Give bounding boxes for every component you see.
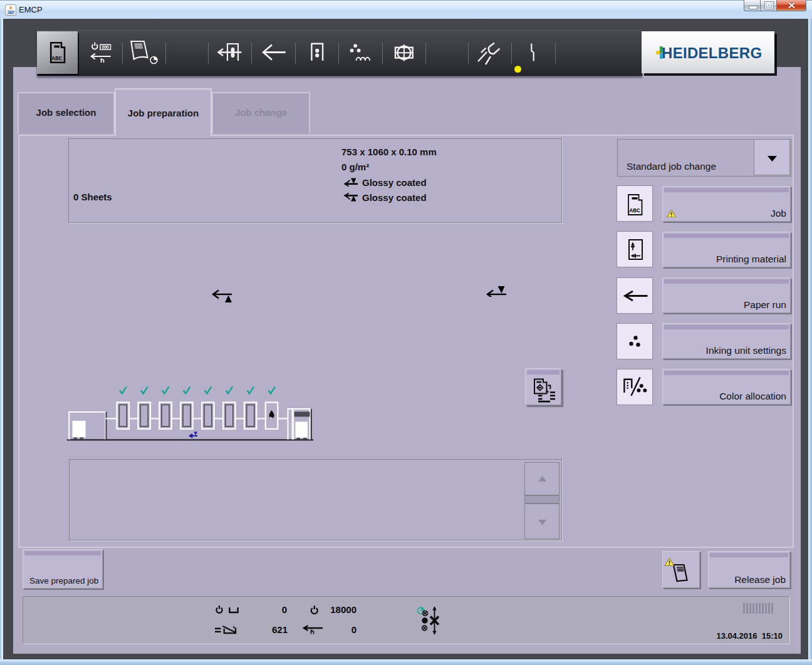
svg-text:ABC: ABC (630, 207, 640, 214)
svg-text:ABC: ABC (51, 55, 62, 62)
